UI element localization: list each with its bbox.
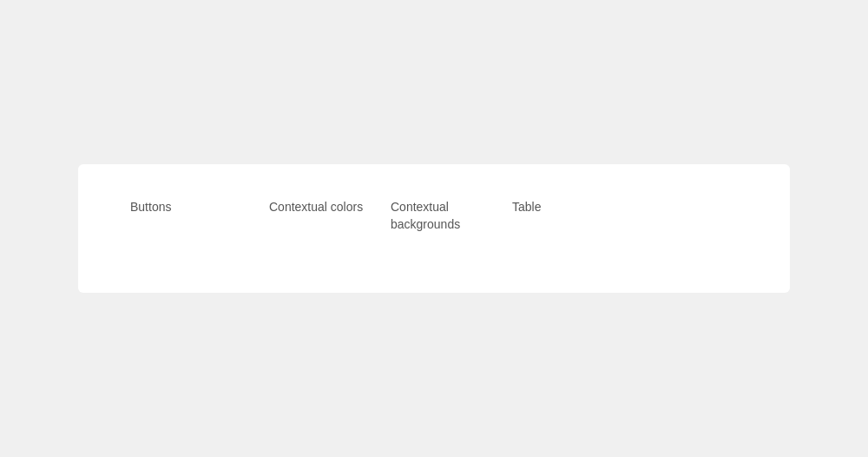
col-header-table: Table	[512, 199, 634, 233]
col-header-colors: Contextual colors	[269, 199, 391, 233]
col-header-buttons: Buttons	[130, 199, 269, 233]
ui-grid: Buttons Contextual colors Contextual bac…	[130, 199, 738, 257]
col-header-backgrounds: Contextual backgrounds	[391, 199, 512, 233]
main-container: Buttons Contextual colors Contextual bac…	[78, 164, 790, 292]
